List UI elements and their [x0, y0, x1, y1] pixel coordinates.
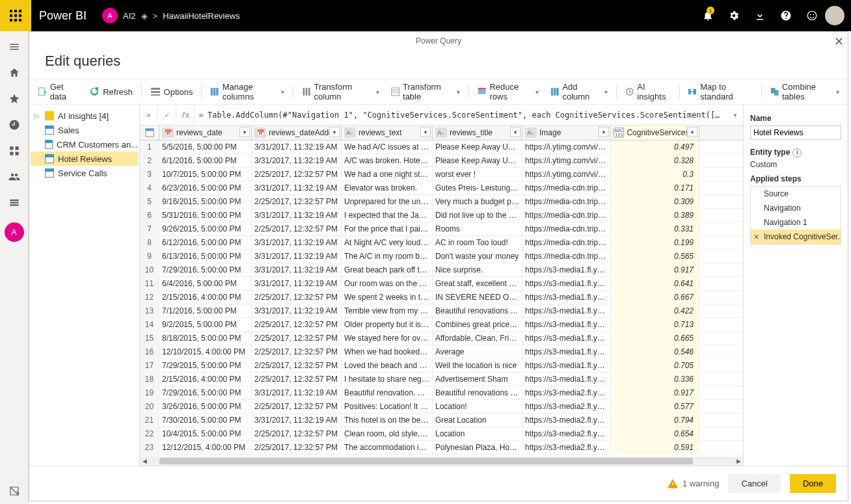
row-number[interactable]: 6	[140, 209, 159, 222]
cell[interactable]: When we had booked this ...	[342, 345, 433, 359]
cell[interactable]: 0.705	[611, 359, 699, 373]
cell[interactable]: 3/31/2017, 11:32:19 AM	[252, 386, 342, 400]
row-number[interactable]: 15	[140, 332, 159, 345]
ribbon-map-to-standard[interactable]: Map to standard	[683, 79, 757, 104]
row-number[interactable]: 22	[140, 427, 159, 441]
cell[interactable]: https://s3-media1.fl.yelpcd...	[522, 332, 611, 345]
cell[interactable]: 0.917	[611, 386, 699, 400]
applied-step[interactable]: Source	[751, 187, 841, 201]
cell[interactable]: Clean room, old style, 196...	[342, 427, 433, 441]
cell[interactable]: 3/31/2017, 11:32:19 AM	[252, 140, 342, 154]
row-number[interactable]: 5	[140, 195, 159, 209]
cell[interactable]: https://media-cdn.tripadvi...	[522, 181, 611, 195]
row-number[interactable]: 19	[140, 386, 159, 400]
cell[interactable]: https://s3-media1.fl.yelpcd...	[522, 373, 611, 386]
column-filter-button[interactable]: ▾	[510, 127, 520, 137]
cell[interactable]: 5/31/2016, 5:00:00 PM	[159, 209, 252, 222]
cell[interactable]: Elevator was broken.	[342, 181, 433, 195]
table-row[interactable]: 137/1/2016, 5:00:00 PM3/31/2017, 11:32:1…	[140, 304, 743, 318]
cell[interactable]: Please Keep Away Until Co...	[433, 140, 522, 154]
column-filter-button[interactable]: ▾	[329, 127, 340, 137]
cell[interactable]: 6/12/2016, 5:00:00 PM	[159, 236, 252, 250]
table-row[interactable]: 2312/12/2015, 4:00:00 PM2/25/2017, 12:32…	[140, 441, 743, 455]
cell[interactable]: 0.654	[611, 427, 699, 441]
cell[interactable]: 10/4/2015, 5:00:00 PM	[159, 427, 252, 441]
table-row[interactable]: 116/4/2016, 5:00:00 PM3/31/2017, 11:32:1…	[140, 277, 743, 291]
formula-fx-button[interactable]: fx	[176, 105, 195, 125]
help-button[interactable]	[773, 0, 799, 31]
nav-workspaces[interactable]	[0, 190, 29, 216]
cell[interactable]: 0.641	[611, 277, 699, 291]
row-number[interactable]: 7	[140, 222, 159, 236]
cell[interactable]: 0.794	[611, 414, 699, 427]
formula-cancel-button[interactable]: ✕	[140, 105, 158, 125]
queries-folder[interactable]: ▷AI insights [4]	[31, 109, 138, 123]
cell[interactable]: 0.565	[611, 250, 699, 263]
nav-shared[interactable]	[0, 164, 29, 190]
cell[interactable]: 0.577	[611, 400, 699, 414]
cell[interactable]: 5/5/2016, 5:00:00 PM	[159, 140, 252, 154]
cell[interactable]: 6/23/2016, 5:00:00 PM	[159, 181, 252, 195]
cancel-button[interactable]: Cancel	[728, 474, 780, 493]
cell[interactable]: At Night A/C very loud, als...	[342, 236, 433, 250]
column-header[interactable]: 📅reviews_date▾	[159, 126, 252, 140]
ribbon-options[interactable]: Options	[146, 84, 198, 99]
workspace-name[interactable]: AI2	[123, 11, 136, 21]
cell[interactable]: Please Keep Away Until Co...	[433, 154, 522, 168]
table-row[interactable]: 217/30/2016, 5:00:00 PM3/31/2017, 11:32:…	[140, 414, 743, 427]
cell[interactable]: 0.328	[611, 154, 699, 168]
cell[interactable]: 3/26/2016, 5:00:00 PM	[159, 400, 252, 414]
cell[interactable]: 0.3	[611, 168, 699, 181]
ribbon-refresh[interactable]: Refresh	[85, 84, 137, 99]
table-row[interactable]: 65/31/2016, 5:00:00 PM3/31/2017, 11:32:1…	[140, 209, 743, 222]
done-button[interactable]: Done	[790, 474, 836, 493]
cell[interactable]: Loved the beach and service	[342, 359, 433, 373]
cell[interactable]: We spent 2 weeks in this h...	[342, 291, 433, 304]
formula-commit-button[interactable]: ✓	[158, 105, 176, 125]
cell[interactable]: Great Location	[433, 414, 522, 427]
cell[interactable]: We had A/C issues at 3:30 ...	[342, 140, 433, 154]
row-number[interactable]: 13	[140, 304, 159, 318]
column-header[interactable]: A₋reviews_text▾	[342, 126, 433, 140]
cell[interactable]: Positives: Location! It is on ...	[342, 400, 433, 414]
app-launcher-button[interactable]	[0, 0, 31, 31]
cell[interactable]: Beautiful renovations locat...	[433, 304, 522, 318]
row-number[interactable]: 12	[140, 291, 159, 304]
grid-horizontal-scrollbar[interactable]: ◀ ▶	[140, 457, 743, 466]
table-row[interactable]: 96/13/2016, 5:00:00 PM3/31/2017, 11:32:1…	[140, 250, 743, 263]
cell[interactable]: https://s3-media2.fl.yelpcd...	[522, 414, 611, 427]
cell[interactable]: 9/2/2015, 5:00:00 PM	[159, 318, 252, 332]
table-row[interactable]: 177/29/2015, 5:00:00 PM2/25/2017, 12:32:…	[140, 359, 743, 373]
cell[interactable]: 0.665	[611, 332, 699, 345]
settings-button[interactable]	[721, 0, 747, 31]
cell[interactable]: 0.497	[611, 140, 699, 154]
cell[interactable]: Polynesian Plaza, Honolulu	[433, 441, 522, 455]
cell[interactable]: The accommodation is bas...	[342, 441, 433, 455]
cell[interactable]: Location	[433, 427, 522, 441]
ribbon-add-column[interactable]: Add column▾	[546, 79, 612, 104]
cell[interactable]: Rooms	[433, 222, 522, 236]
applied-step[interactable]: Navigation	[751, 201, 841, 215]
row-number[interactable]: 20	[140, 400, 159, 414]
column-header[interactable]: A₋reviews_title▾	[433, 126, 522, 140]
cell[interactable]: https://media-cdn.tripadvi...	[522, 236, 611, 250]
cell[interactable]: 6/13/2016, 5:00:00 PM	[159, 250, 252, 263]
cell[interactable]: 12/12/2015, 4:00:00 PM	[159, 441, 252, 455]
formula-text[interactable]: Table.AddColumn(#"Navigation 1", "Cognit…	[208, 111, 727, 120]
user-avatar[interactable]	[825, 0, 851, 31]
table-row[interactable]: 1612/10/2015, 4:00:00 PM2/25/2017, 12:32…	[140, 345, 743, 359]
cell[interactable]: Older property but it is su...	[342, 318, 433, 332]
row-number[interactable]: 3	[140, 168, 159, 181]
cell[interactable]: https://s3-media1.fl.yelpcd...	[522, 277, 611, 291]
cell[interactable]: This hotel is on the beach ...	[342, 414, 433, 427]
table-row[interactable]: 79/26/2015, 5:00:00 PM2/25/2017, 12:32:5…	[140, 222, 743, 236]
cell[interactable]: 7/1/2016, 5:00:00 PM	[159, 304, 252, 318]
nav-favorites[interactable]	[0, 86, 29, 112]
cell[interactable]: 8/18/2015, 5:00:00 PM	[159, 332, 252, 345]
cell[interactable]: I hesitate to share negative...	[342, 373, 433, 386]
notifications-button[interactable]: 1	[695, 0, 721, 31]
table-row[interactable]: 59/16/2015, 5:00:00 PM2/25/2017, 12:32:5…	[140, 195, 743, 209]
column-filter-button[interactable]: ▾	[420, 127, 431, 137]
cell[interactable]: Did not live up to the Hilto...	[433, 209, 522, 222]
table-row[interactable]: 15/5/2016, 5:00:00 PM3/31/2017, 11:32:19…	[140, 140, 743, 154]
